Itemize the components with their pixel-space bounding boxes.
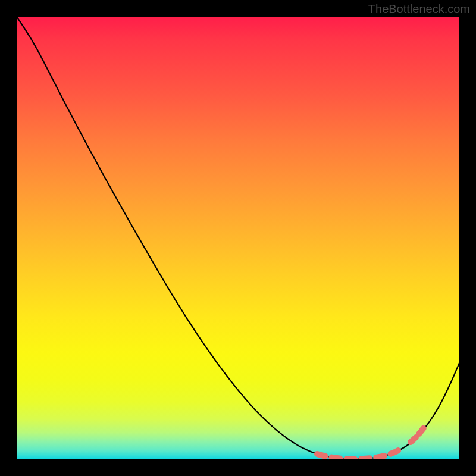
- chart-area: [17, 17, 459, 459]
- watermark-text: TheBottleneck.com: [368, 2, 470, 16]
- chart-svg: [17, 17, 459, 459]
- bottleneck-curve: [17, 17, 459, 459]
- highlight-segment-1: [317, 448, 402, 459]
- highlight-segment-2: [411, 425, 426, 442]
